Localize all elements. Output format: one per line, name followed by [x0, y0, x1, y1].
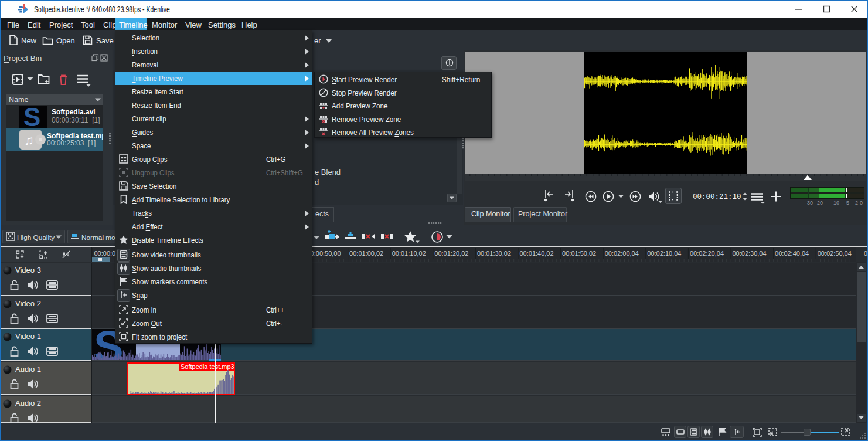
- svg-text:♫: ♫: [24, 133, 34, 148]
